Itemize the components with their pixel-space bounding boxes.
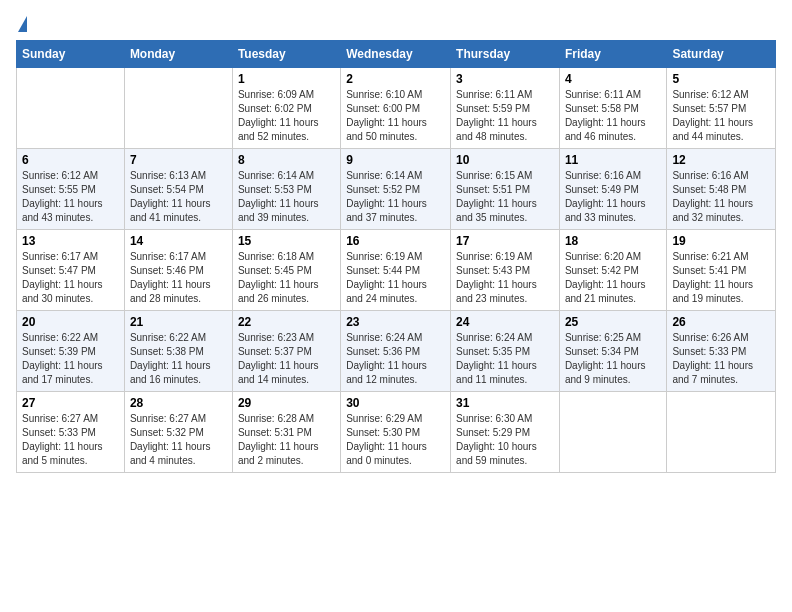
day-number: 9 xyxy=(346,153,445,167)
calendar-cell: 1Sunrise: 6:09 AM Sunset: 6:02 PM Daylig… xyxy=(232,68,340,149)
calendar-cell: 29Sunrise: 6:28 AM Sunset: 5:31 PM Dayli… xyxy=(232,392,340,473)
calendar-header: SundayMondayTuesdayWednesdayThursdayFrid… xyxy=(17,41,776,68)
calendar-cell: 25Sunrise: 6:25 AM Sunset: 5:34 PM Dayli… xyxy=(559,311,666,392)
day-number: 24 xyxy=(456,315,554,329)
day-number: 18 xyxy=(565,234,661,248)
day-detail: Sunrise: 6:13 AM Sunset: 5:54 PM Dayligh… xyxy=(130,169,227,225)
calendar-cell: 22Sunrise: 6:23 AM Sunset: 5:37 PM Dayli… xyxy=(232,311,340,392)
day-number: 20 xyxy=(22,315,119,329)
logo-triangle-icon xyxy=(18,16,27,32)
calendar-cell: 12Sunrise: 6:16 AM Sunset: 5:48 PM Dayli… xyxy=(667,149,776,230)
calendar-cell xyxy=(17,68,125,149)
day-detail: Sunrise: 6:27 AM Sunset: 5:33 PM Dayligh… xyxy=(22,412,119,468)
day-detail: Sunrise: 6:09 AM Sunset: 6:02 PM Dayligh… xyxy=(238,88,335,144)
page-header xyxy=(16,16,776,32)
calendar-cell: 7Sunrise: 6:13 AM Sunset: 5:54 PM Daylig… xyxy=(124,149,232,230)
day-detail: Sunrise: 6:16 AM Sunset: 5:48 PM Dayligh… xyxy=(672,169,770,225)
calendar-cell: 6Sunrise: 6:12 AM Sunset: 5:55 PM Daylig… xyxy=(17,149,125,230)
day-detail: Sunrise: 6:24 AM Sunset: 5:35 PM Dayligh… xyxy=(456,331,554,387)
day-detail: Sunrise: 6:23 AM Sunset: 5:37 PM Dayligh… xyxy=(238,331,335,387)
day-detail: Sunrise: 6:28 AM Sunset: 5:31 PM Dayligh… xyxy=(238,412,335,468)
day-detail: Sunrise: 6:12 AM Sunset: 5:57 PM Dayligh… xyxy=(672,88,770,144)
calendar-week-row: 20Sunrise: 6:22 AM Sunset: 5:39 PM Dayli… xyxy=(17,311,776,392)
calendar-cell: 2Sunrise: 6:10 AM Sunset: 6:00 PM Daylig… xyxy=(341,68,451,149)
day-number: 15 xyxy=(238,234,335,248)
day-number: 4 xyxy=(565,72,661,86)
day-detail: Sunrise: 6:17 AM Sunset: 5:47 PM Dayligh… xyxy=(22,250,119,306)
day-detail: Sunrise: 6:15 AM Sunset: 5:51 PM Dayligh… xyxy=(456,169,554,225)
day-number: 27 xyxy=(22,396,119,410)
calendar-cell: 26Sunrise: 6:26 AM Sunset: 5:33 PM Dayli… xyxy=(667,311,776,392)
calendar-cell: 4Sunrise: 6:11 AM Sunset: 5:58 PM Daylig… xyxy=(559,68,666,149)
day-number: 31 xyxy=(456,396,554,410)
calendar-cell: 3Sunrise: 6:11 AM Sunset: 5:59 PM Daylig… xyxy=(451,68,560,149)
calendar-cell: 23Sunrise: 6:24 AM Sunset: 5:36 PM Dayli… xyxy=(341,311,451,392)
day-number: 13 xyxy=(22,234,119,248)
calendar-cell: 18Sunrise: 6:20 AM Sunset: 5:42 PM Dayli… xyxy=(559,230,666,311)
day-detail: Sunrise: 6:27 AM Sunset: 5:32 PM Dayligh… xyxy=(130,412,227,468)
calendar-cell: 19Sunrise: 6:21 AM Sunset: 5:41 PM Dayli… xyxy=(667,230,776,311)
calendar-cell: 20Sunrise: 6:22 AM Sunset: 5:39 PM Dayli… xyxy=(17,311,125,392)
calendar-cell: 15Sunrise: 6:18 AM Sunset: 5:45 PM Dayli… xyxy=(232,230,340,311)
calendar-week-row: 1Sunrise: 6:09 AM Sunset: 6:02 PM Daylig… xyxy=(17,68,776,149)
calendar-cell: 14Sunrise: 6:17 AM Sunset: 5:46 PM Dayli… xyxy=(124,230,232,311)
day-detail: Sunrise: 6:11 AM Sunset: 5:58 PM Dayligh… xyxy=(565,88,661,144)
day-number: 19 xyxy=(672,234,770,248)
day-detail: Sunrise: 6:26 AM Sunset: 5:33 PM Dayligh… xyxy=(672,331,770,387)
day-number: 26 xyxy=(672,315,770,329)
calendar-cell: 10Sunrise: 6:15 AM Sunset: 5:51 PM Dayli… xyxy=(451,149,560,230)
day-detail: Sunrise: 6:20 AM Sunset: 5:42 PM Dayligh… xyxy=(565,250,661,306)
calendar-cell: 16Sunrise: 6:19 AM Sunset: 5:44 PM Dayli… xyxy=(341,230,451,311)
weekday-header: Thursday xyxy=(451,41,560,68)
day-detail: Sunrise: 6:19 AM Sunset: 5:43 PM Dayligh… xyxy=(456,250,554,306)
day-detail: Sunrise: 6:16 AM Sunset: 5:49 PM Dayligh… xyxy=(565,169,661,225)
day-number: 16 xyxy=(346,234,445,248)
calendar-week-row: 27Sunrise: 6:27 AM Sunset: 5:33 PM Dayli… xyxy=(17,392,776,473)
day-number: 23 xyxy=(346,315,445,329)
weekday-header: Tuesday xyxy=(232,41,340,68)
calendar-body: 1Sunrise: 6:09 AM Sunset: 6:02 PM Daylig… xyxy=(17,68,776,473)
day-detail: Sunrise: 6:12 AM Sunset: 5:55 PM Dayligh… xyxy=(22,169,119,225)
calendar-cell: 17Sunrise: 6:19 AM Sunset: 5:43 PM Dayli… xyxy=(451,230,560,311)
day-number: 22 xyxy=(238,315,335,329)
weekday-header: Monday xyxy=(124,41,232,68)
day-number: 10 xyxy=(456,153,554,167)
calendar-cell: 11Sunrise: 6:16 AM Sunset: 5:49 PM Dayli… xyxy=(559,149,666,230)
day-number: 12 xyxy=(672,153,770,167)
day-number: 7 xyxy=(130,153,227,167)
weekday-header: Wednesday xyxy=(341,41,451,68)
calendar-cell: 21Sunrise: 6:22 AM Sunset: 5:38 PM Dayli… xyxy=(124,311,232,392)
day-number: 8 xyxy=(238,153,335,167)
calendar-week-row: 6Sunrise: 6:12 AM Sunset: 5:55 PM Daylig… xyxy=(17,149,776,230)
day-number: 21 xyxy=(130,315,227,329)
calendar-cell: 24Sunrise: 6:24 AM Sunset: 5:35 PM Dayli… xyxy=(451,311,560,392)
day-number: 11 xyxy=(565,153,661,167)
calendar-cell: 30Sunrise: 6:29 AM Sunset: 5:30 PM Dayli… xyxy=(341,392,451,473)
day-number: 1 xyxy=(238,72,335,86)
day-detail: Sunrise: 6:24 AM Sunset: 5:36 PM Dayligh… xyxy=(346,331,445,387)
weekday-header: Friday xyxy=(559,41,666,68)
calendar-week-row: 13Sunrise: 6:17 AM Sunset: 5:47 PM Dayli… xyxy=(17,230,776,311)
logo xyxy=(16,16,27,32)
day-number: 17 xyxy=(456,234,554,248)
day-detail: Sunrise: 6:30 AM Sunset: 5:29 PM Dayligh… xyxy=(456,412,554,468)
day-number: 25 xyxy=(565,315,661,329)
day-number: 14 xyxy=(130,234,227,248)
day-detail: Sunrise: 6:21 AM Sunset: 5:41 PM Dayligh… xyxy=(672,250,770,306)
day-detail: Sunrise: 6:29 AM Sunset: 5:30 PM Dayligh… xyxy=(346,412,445,468)
day-detail: Sunrise: 6:14 AM Sunset: 5:53 PM Dayligh… xyxy=(238,169,335,225)
day-detail: Sunrise: 6:17 AM Sunset: 5:46 PM Dayligh… xyxy=(130,250,227,306)
weekday-header: Sunday xyxy=(17,41,125,68)
day-detail: Sunrise: 6:25 AM Sunset: 5:34 PM Dayligh… xyxy=(565,331,661,387)
day-detail: Sunrise: 6:11 AM Sunset: 5:59 PM Dayligh… xyxy=(456,88,554,144)
day-number: 29 xyxy=(238,396,335,410)
calendar-cell xyxy=(559,392,666,473)
day-detail: Sunrise: 6:19 AM Sunset: 5:44 PM Dayligh… xyxy=(346,250,445,306)
calendar-cell: 28Sunrise: 6:27 AM Sunset: 5:32 PM Dayli… xyxy=(124,392,232,473)
day-number: 6 xyxy=(22,153,119,167)
day-number: 2 xyxy=(346,72,445,86)
day-number: 30 xyxy=(346,396,445,410)
day-detail: Sunrise: 6:18 AM Sunset: 5:45 PM Dayligh… xyxy=(238,250,335,306)
calendar-cell: 5Sunrise: 6:12 AM Sunset: 5:57 PM Daylig… xyxy=(667,68,776,149)
day-detail: Sunrise: 6:10 AM Sunset: 6:00 PM Dayligh… xyxy=(346,88,445,144)
